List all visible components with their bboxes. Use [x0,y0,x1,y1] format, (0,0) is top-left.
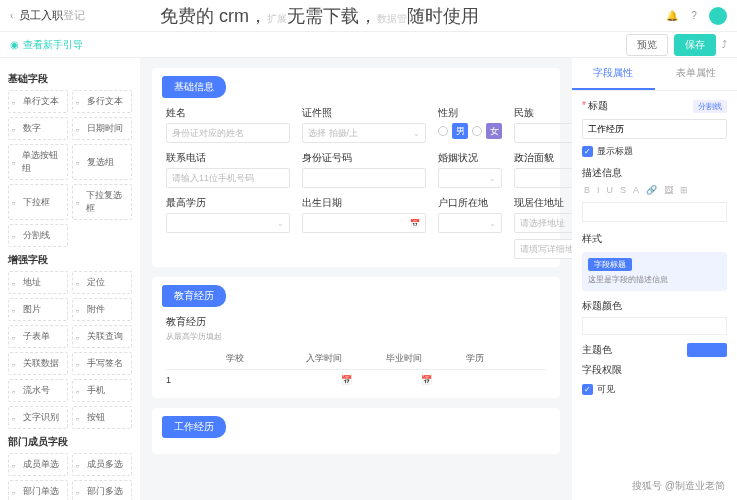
tag-color-label: 标题颜色 [582,299,727,313]
palette-field[interactable]: ▫复选组 [72,144,132,180]
save-button[interactable]: 保存 [674,34,716,56]
field-label: 联系电话 [166,151,290,165]
palette-field[interactable]: ▫定位 [72,271,132,294]
section-title: 部门成员字段 [8,435,132,449]
table-cell[interactable]: 📅 [386,375,466,385]
palette-field[interactable]: ▫数字 [8,117,68,140]
text-input[interactable] [302,168,426,188]
rich-toolbar[interactable]: BIUSA🔗🖼⊞ [582,184,727,196]
palette-field[interactable]: ▫成员单选 [8,453,68,476]
title-label: 标题 [582,99,608,113]
field-label: 姓名 [166,106,290,120]
table-header [166,352,226,365]
field-label: 最高学历 [166,196,290,210]
style-preview: 字段标题这里是字段的描述信息 [582,252,727,291]
title-input[interactable] [582,119,727,139]
address-select[interactable]: 请选择地址⌄ [514,213,572,233]
palette-field[interactable]: ▫手机 [72,379,132,402]
tab-field-props[interactable]: 字段属性 [572,58,655,90]
field-label: 户口所在地 [438,196,502,210]
banner-text: 免费的 crm，扩展无需下载，数据管随时使用 [160,4,479,28]
select-input[interactable]: 选择 拍摄/上⌄ [302,123,426,143]
show-title-checkbox[interactable]: ✓显示标题 [582,145,727,158]
preview-button[interactable]: 预览 [626,34,668,56]
field-label: 性别 [438,106,502,120]
radio-icon[interactable] [438,126,448,136]
guide-link[interactable]: 查看新手引导 [23,38,83,52]
palette-field[interactable]: ▫日期时间 [72,117,132,140]
radio-male[interactable]: 男 [452,123,468,139]
palette-field[interactable]: ▫下拉复选框 [72,184,132,220]
share-icon[interactable]: ⤴ [722,39,727,50]
section-title: 基础字段 [8,72,132,86]
desc-label: 描述信息 [582,166,727,180]
tag-color-input[interactable] [582,317,727,335]
palette-field[interactable]: ▫地址 [8,271,68,294]
properties-panel: 字段属性 表单属性 标题分割线 ✓显示标题 描述信息 BIUSA🔗🖼⊞ 样式 字… [572,58,737,500]
palette-field[interactable]: ▫文字识别 [8,406,68,429]
theme-color-label: 主题色 [582,343,612,357]
back-icon[interactable]: ‹ [10,10,13,21]
select-input[interactable]: ⌄ [438,168,502,188]
section-header: 工作经历 [162,416,226,438]
address-detail[interactable] [514,239,572,259]
radio-icon[interactable] [472,126,482,136]
text-input[interactable] [166,168,290,188]
table-header: 毕业时间 [386,352,466,365]
field-label: 身份证号码 [302,151,426,165]
form-canvas: 基础信息 姓名证件照选择 拍摄/上⌄性别男女民族⌄联系电话身份证号码婚姻状况⌄政… [140,58,572,500]
select-input[interactable]: ⌄ [514,168,572,188]
field-label: 出生日期 [302,196,426,210]
palette-field[interactable]: ▫部门多选 [72,480,132,500]
table-header: 学校 [226,352,306,365]
section-header: 教育经历 [162,285,226,307]
palette-field[interactable]: ▫下拉框 [8,184,68,220]
field-label: 现居住地址 [514,196,572,210]
field-label: 政治面貌 [514,151,572,165]
palette-field[interactable]: ▫单选按钮组 [8,144,68,180]
palette-field[interactable]: ▫图片 [8,298,68,321]
theme-color-swatch[interactable] [687,343,727,357]
perm-label: 字段权限 [582,363,727,377]
palette-field[interactable]: ▫关联数据 [8,352,68,375]
page-title: 员工入职登记 [19,8,85,23]
palette-field[interactable]: ▫成员多选 [72,453,132,476]
field-label: 婚姻状况 [438,151,502,165]
select-input[interactable]: ⌄ [166,213,290,233]
section-title: 增强字段 [8,253,132,267]
style-label: 样式 [582,232,727,246]
table-header: 学历 [466,352,546,365]
watermark: 搜狐号 @制造业老简 [628,478,729,494]
select-input[interactable]: ⌄ [438,213,502,233]
help-icon[interactable]: ? [687,9,701,23]
table-cell[interactable]: 1 [166,375,226,385]
palette-field[interactable]: ▫关联查询 [72,325,132,348]
palette-field[interactable]: ▫手写签名 [72,352,132,375]
field-label: 证件照 [302,106,426,120]
table-header: 入学时间 [306,352,386,365]
subtable-subtitle: 从最高学历填起 [166,331,546,342]
palette-field[interactable]: ▫分割线 [8,224,68,247]
pin-icon: ◉ [10,39,19,50]
select-input[interactable]: 📅 [302,213,426,233]
palette-field[interactable]: ▫子表单 [8,325,68,348]
field-label: 民族 [514,106,572,120]
tab-form-props[interactable]: 表单属性 [655,58,738,90]
palette-field[interactable]: ▫附件 [72,298,132,321]
text-input[interactable] [166,123,290,143]
avatar[interactable] [709,7,727,25]
select-input[interactable]: ⌄ [514,123,572,143]
subtable-title: 教育经历 [166,315,546,329]
divider-tag[interactable]: 分割线 [693,100,727,113]
table-cell[interactable]: 📅 [306,375,386,385]
palette-field[interactable]: ▫流水号 [8,379,68,402]
radio-female[interactable]: 女 [486,123,502,139]
desc-editor[interactable] [582,202,727,222]
palette-field[interactable]: ▫多行文本 [72,90,132,113]
palette-field[interactable]: ▫部门单选 [8,480,68,500]
bell-icon[interactable]: 🔔 [665,9,679,23]
palette-field[interactable]: ▫单行文本 [8,90,68,113]
palette-field[interactable]: ▫按钮 [72,406,132,429]
field-palette: 基础字段 ▫单行文本▫多行文本▫数字▫日期时间▫单选按钮组▫复选组▫下拉框▫下拉… [0,58,140,500]
visible-checkbox[interactable]: ✓可见 [582,383,727,396]
